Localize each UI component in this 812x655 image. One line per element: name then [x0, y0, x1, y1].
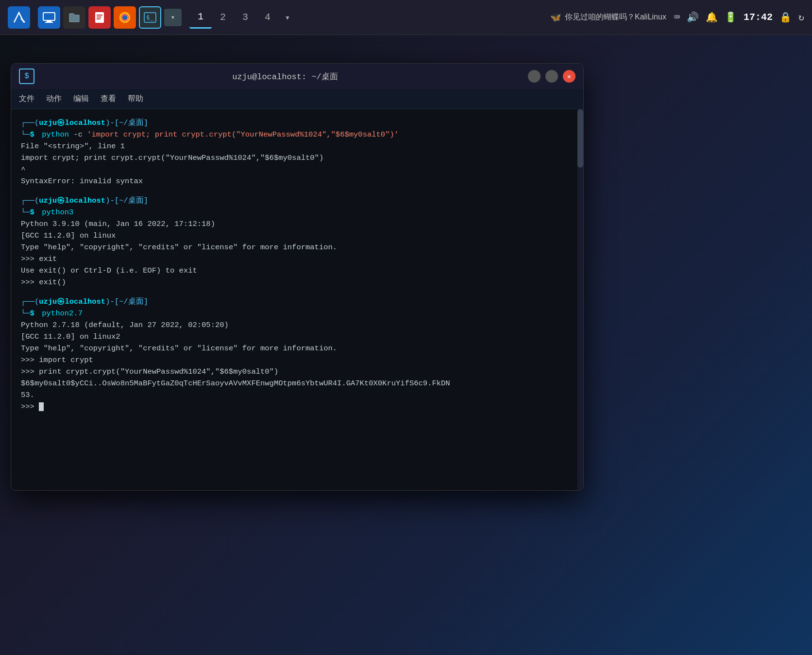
scrollbar-thumb[interactable] — [577, 109, 583, 168]
tab-4[interactable]: 4 — [256, 6, 279, 29]
menu-edit[interactable]: 编辑 — [73, 94, 89, 104]
session-3-output-4: >>> import crypt — [21, 354, 574, 366]
refresh-icon[interactable]: ↻ — [798, 11, 804, 23]
session-3-output-2: [GCC 11.2.0] on linux2 — [21, 331, 574, 343]
session-2-output-4: >>> exit — [21, 253, 574, 265]
taskbar-right: 🦋 你见过咱的蝴蝶吗？KaliLinux ⌨ 🔊 🔔 🔋 17:42 🔒 ↻ — [550, 11, 804, 23]
title-area: 🦋 你见过咱的蝴蝶吗？KaliLinux — [550, 12, 666, 23]
svg-point-8 — [122, 15, 127, 20]
menu-bar: 文件 动作 编辑 查看 帮助 — [11, 89, 583, 109]
desktop-icon[interactable] — [38, 6, 60, 29]
kali-logo-icon[interactable] — [8, 6, 30, 29]
minimize-button[interactable] — [528, 70, 541, 83]
session-1-output-4: SyntaxError: invalid syntax — [21, 175, 574, 187]
svg-rect-4 — [97, 15, 102, 16]
session-2-output-5: Use exit() or Ctrl-D (i.e. EOF) to exit — [21, 265, 574, 276]
session-3-output-5: >>> print crypt.crypt("YourNewPasswd%102… — [21, 366, 574, 378]
session-1-prompt: ┌──(uzju㉿localhost)-[~/桌面] — [21, 117, 574, 129]
tab-2[interactable]: 2 — [212, 6, 234, 29]
files-icon[interactable] — [63, 6, 85, 29]
tab-more-btn[interactable]: ▾ — [279, 9, 296, 26]
scrollbar-track[interactable] — [577, 109, 583, 491]
session-3-output-6: $6$my0salt0$yCCi..OsWo8n5MaBFytGaZ0qTcHE… — [21, 378, 574, 389]
session-1-output-1: File "<string>", line 1 — [21, 140, 574, 152]
tab-1[interactable]: 1 — [189, 6, 212, 29]
taskbar: $_ ▾ 1 2 3 4 ▾ 🦋 你见过咱的蝴蝶吗？KaliLinux — [0, 0, 812, 35]
session-3-output-1: Python 2.7.18 (default, Jan 27 2022, 02:… — [21, 319, 574, 331]
svg-rect-6 — [97, 18, 101, 19]
lock-icon[interactable]: 🔒 — [779, 11, 792, 23]
close-button[interactable]: ✕ — [563, 70, 575, 83]
tab-numbers: 1 2 3 4 ▾ — [189, 6, 296, 29]
menu-file[interactable]: 文件 — [19, 94, 34, 104]
keyboard-icon[interactable]: ⌨ — [674, 11, 680, 23]
tab-dropdown-btn[interactable]: ▾ — [164, 9, 182, 26]
tab-3[interactable]: 3 — [234, 6, 256, 29]
svg-rect-0 — [43, 13, 55, 20]
terminal-icon[interactable]: $_ — [139, 6, 161, 29]
session-3-final-prompt: >>> — [21, 401, 574, 413]
session-1-command: └─$ python -c 'import crypt; print crypt… — [21, 129, 574, 140]
terminal-titlebar: $ uzju@localhost: ~/桌面 ✕ — [11, 64, 583, 89]
maximize-button[interactable] — [545, 70, 558, 83]
window-title: 你见过咱的蝴蝶吗？KaliLinux — [565, 12, 666, 22]
terminal-window-title: uzju@localhost: ~/桌面 — [42, 71, 528, 82]
session-3-output-3: Type "help", "copyright", "credits" or "… — [21, 343, 574, 354]
notification-icon[interactable]: 🔔 — [706, 11, 718, 23]
svg-rect-2 — [45, 22, 53, 23]
taskbar-left: $_ ▾ 1 2 3 4 ▾ — [8, 6, 296, 29]
session-3-command: └─$ python2.7 — [21, 308, 574, 319]
clock: 17:42 — [744, 12, 773, 23]
session-1-output-3: ^ — [21, 164, 574, 175]
menu-action[interactable]: 动作 — [46, 94, 62, 104]
document-icon[interactable] — [88, 6, 111, 29]
svg-rect-5 — [97, 17, 102, 17]
session-3-prompt: ┌──(uzju㉿localhost)-[~/桌面] — [21, 296, 574, 308]
session-1-output-2: import crypt; print crypt.crypt("YourNew… — [21, 152, 574, 164]
terminal-content[interactable]: ┌──(uzju㉿localhost)-[~/桌面] └─$ python -c… — [11, 109, 583, 490]
session-2-output-2: [GCC 11.2.0] on linux — [21, 230, 574, 241]
firefox-icon[interactable] — [114, 6, 136, 29]
volume-icon[interactable]: 🔊 — [687, 11, 699, 23]
terminal-window: $ uzju@localhost: ~/桌面 ✕ 文件 动作 编辑 查看 帮助 … — [11, 63, 584, 491]
svg-text:$_: $_ — [146, 14, 153, 21]
session-2-output-6: >>> exit() — [21, 276, 574, 288]
tray-icons: ⌨ 🔊 🔔 🔋 17:42 🔒 ↻ — [674, 11, 804, 23]
session-3-output-7: 53. — [21, 389, 574, 401]
desktop: $_ ▾ 1 2 3 4 ▾ 🦋 你见过咱的蝴蝶吗？KaliLinux — [0, 0, 812, 655]
taskbar-app-icons: $_ ▾ — [38, 6, 182, 29]
session-2-output-3: Type "help", "copyright", "credits" or "… — [21, 241, 574, 253]
session-2-output-1: Python 3.9.10 (main, Jan 16 2022, 17:12:… — [21, 218, 574, 230]
session-2-command: └─$ python3 — [21, 207, 574, 218]
window-controls: ✕ — [528, 70, 575, 83]
session-2-prompt: ┌──(uzju㉿localhost)-[~/桌面] — [21, 195, 574, 207]
battery-icon[interactable]: 🔋 — [725, 11, 737, 23]
svg-rect-1 — [47, 20, 51, 22]
menu-help[interactable]: 帮助 — [128, 94, 143, 104]
terminal-window-icon: $ — [19, 69, 34, 84]
menu-view[interactable]: 查看 — [101, 94, 116, 104]
